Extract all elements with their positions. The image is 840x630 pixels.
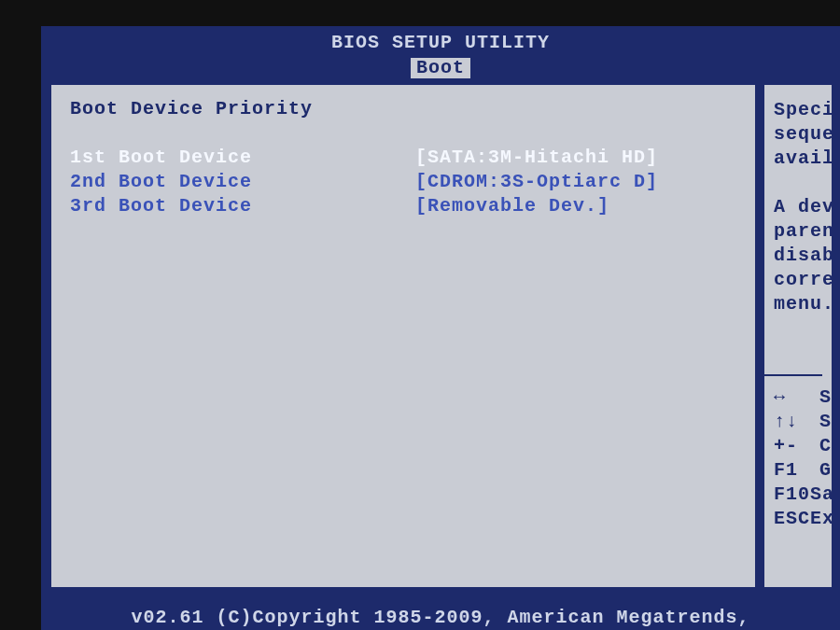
title-bar: BIOS SETUP UTILITY <box>41 26 840 55</box>
help-panel: Speci seque avail A dev parent disabl co… <box>762 82 834 590</box>
key-hint-change-desc: C <box>819 434 832 458</box>
monitor-bezel: BIOS SETUP UTILITY Boot Boot Device Prio… <box>0 0 840 630</box>
help-line-6: disabl <box>774 244 832 268</box>
key-hint-nav-ud: ↑↓ S <box>774 410 832 434</box>
key-hint-f10: F10 Sa <box>774 483 832 507</box>
key-f1-label: F1 <box>774 458 819 483</box>
help-line-5: parent <box>774 219 832 244</box>
boot-item-2-label: 2nd Boot Device <box>70 170 415 194</box>
boot-item-3[interactable]: 3rd Boot Device [Removable Dev.] <box>70 194 740 218</box>
key-f10-label: F10 <box>774 483 810 507</box>
key-hint-nav-lr-desc: S <box>819 385 832 410</box>
key-hint-esc: ESC Ex <box>774 507 832 531</box>
help-line-2: avail <box>774 147 832 171</box>
key-hint-change: +- C <box>774 434 832 458</box>
key-hint-nav-ud-desc: S <box>819 410 832 434</box>
help-line-0: Speci <box>774 98 832 122</box>
help-line-8: menu. <box>774 292 832 316</box>
key-hint-f1: F1 G <box>774 458 832 483</box>
help-line-4: A dev <box>774 195 832 219</box>
tab-row: Boot <box>41 57 840 78</box>
arrows-ud-icon: ↑↓ <box>774 410 819 434</box>
boot-item-1-label: 1st Boot Device <box>70 146 415 170</box>
plus-minus-icon: +- <box>774 434 819 458</box>
help-line-3 <box>774 171 832 195</box>
boot-item-2[interactable]: 2nd Boot Device [CDROM:3S-Optiarc D] <box>70 170 740 194</box>
key-hint-f10-desc: Sa <box>810 483 834 507</box>
key-hint-esc-desc: Ex <box>810 507 834 531</box>
help-divider <box>764 374 822 376</box>
boot-item-3-label: 3rd Boot Device <box>70 194 415 218</box>
footer-copyright: v02.61 (C)Copyright 1985-2009, American … <box>41 607 840 630</box>
boot-item-3-value: [Removable Dev.] <box>415 194 740 218</box>
bios-screen: BIOS SETUP UTILITY Boot Boot Device Prio… <box>41 26 840 630</box>
main-panel: Boot Device Priority 1st Boot Device [SA… <box>49 82 758 590</box>
help-line-1: seque <box>774 122 832 147</box>
arrows-lr-icon: ↔ <box>774 385 819 410</box>
help-line-7: corres <box>774 268 832 292</box>
panel-row: Boot Device Priority 1st Boot Device [SA… <box>41 82 840 590</box>
boot-item-1-value: [SATA:3M-Hitachi HD] <box>415 146 740 170</box>
section-title: Boot Device Priority <box>70 98 740 119</box>
boot-item-2-value: [CDROM:3S-Optiarc D] <box>415 170 740 194</box>
key-hint-f1-desc: G <box>819 458 832 483</box>
tab-boot[interactable]: Boot <box>411 58 470 78</box>
key-hint-nav-lr: ↔ S <box>774 385 832 410</box>
app-title: BIOS SETUP UTILITY <box>331 32 550 55</box>
boot-item-1[interactable]: 1st Boot Device [SATA:3M-Hitachi HD] <box>70 146 740 170</box>
key-esc-label: ESC <box>774 507 810 531</box>
